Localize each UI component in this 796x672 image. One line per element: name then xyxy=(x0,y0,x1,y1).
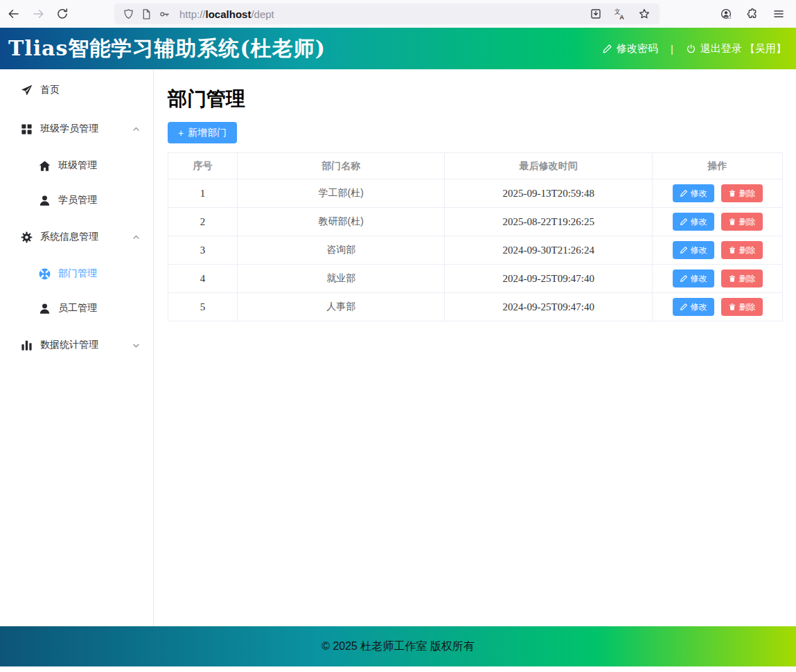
cell-index: 5 xyxy=(168,293,238,321)
edit-pen-icon xyxy=(680,246,688,254)
delete-button[interactable]: 删除 xyxy=(721,298,763,316)
trash-icon xyxy=(728,274,736,283)
table-header-row: 序号 部门名称 最后修改时间 操作 xyxy=(168,153,783,179)
cell-time: 2024-09-25T09:47:40 xyxy=(445,265,653,293)
sidebar-item-label: 学员管理 xyxy=(58,194,97,206)
url-bar[interactable]: http://localhost/dept 文A xyxy=(114,3,660,24)
grid-icon xyxy=(20,123,33,136)
edit-button[interactable]: 修改 xyxy=(673,241,714,259)
sidebar-item-employee-mgmt[interactable]: 员工管理 xyxy=(0,291,153,326)
table-row: 1 学工部(杜) 2025-09-13T20:59:48 修改删除 xyxy=(168,179,783,208)
table-row: 5 人事部 2024-09-25T09:47:40 修改删除 xyxy=(168,293,783,321)
cell-actions: 修改删除 xyxy=(653,265,783,293)
table-row: 2 教研部(杜) 2025-08-22T19:26:25 修改删除 xyxy=(168,208,783,236)
shield-icon[interactable] xyxy=(123,8,134,20)
chevron-up-icon xyxy=(132,233,141,242)
table-row: 4 就业部 2024-09-25T09:47:40 修改删除 xyxy=(168,265,783,293)
sidebar-item-home[interactable]: 首页 xyxy=(0,71,153,109)
delete-button[interactable]: 删除 xyxy=(721,184,763,202)
copyright-text: © 2025 杜老师工作室 版权所有 xyxy=(321,639,475,654)
column-header-actions: 操作 xyxy=(653,153,783,179)
sidebar-item-label: 部门管理 xyxy=(58,267,97,280)
edit-button[interactable]: 修改 xyxy=(673,184,714,202)
edit-button[interactable]: 修改 xyxy=(673,269,714,288)
chevron-down-icon xyxy=(132,341,141,350)
power-icon xyxy=(686,44,696,54)
sidebar-item-system-info-mgmt[interactable]: 系统信息管理 xyxy=(0,218,153,256)
edit-pen-icon xyxy=(680,218,688,226)
edit-button[interactable]: 修改 xyxy=(673,213,714,231)
edit-pen-icon xyxy=(602,44,612,54)
app-header: Tlias智能学习辅助系统(杜老师) 修改密码 | 退出登录 【吴用】 xyxy=(0,28,796,69)
add-dept-button[interactable]: + 新增部门 xyxy=(168,122,237,143)
delete-button[interactable]: 删除 xyxy=(721,241,763,259)
sidebar-item-label: 系统信息管理 xyxy=(40,231,98,243)
delete-button[interactable]: 删除 xyxy=(721,213,763,231)
page-title: 部门管理 xyxy=(168,87,783,111)
edit-button[interactable]: 修改 xyxy=(673,298,714,316)
page-bottom-gap xyxy=(0,666,796,672)
page-actions: 文A xyxy=(589,7,651,21)
star-icon[interactable] xyxy=(637,7,651,21)
browser-nav xyxy=(0,7,114,21)
delete-label: 删除 xyxy=(739,273,756,285)
trash-icon xyxy=(728,246,736,254)
column-header-name: 部门名称 xyxy=(237,153,445,179)
translate-icon[interactable]: 文A xyxy=(613,7,627,21)
chevron-up-icon xyxy=(132,125,141,134)
sidebar-item-dept-mgmt[interactable]: 部门管理 xyxy=(0,256,153,291)
cell-index: 2 xyxy=(168,208,238,236)
cell-actions: 修改删除 xyxy=(653,236,783,265)
edit-pen-icon xyxy=(680,189,688,197)
main-content: 部门管理 + 新增部门 序号 部门名称 最后修改时间 操作 1 学工部(杜) 2… xyxy=(154,69,796,626)
cell-index: 4 xyxy=(168,265,238,293)
edit-label: 修改 xyxy=(691,188,707,200)
delete-label: 删除 xyxy=(739,188,756,200)
help-filled-icon xyxy=(38,267,51,281)
sidebar-item-student-mgmt[interactable]: 学员管理 xyxy=(0,183,153,218)
sidebar-item-data-stats-mgmt[interactable]: 数据统计管理 xyxy=(0,326,153,364)
key-icon[interactable] xyxy=(159,8,170,20)
browser-chrome: http://localhost/dept 文A xyxy=(0,0,796,28)
cell-time: 2025-09-13T20:59:48 xyxy=(445,179,653,208)
forward-icon[interactable] xyxy=(31,7,45,21)
url-prefix: http:// xyxy=(179,8,206,20)
back-icon[interactable] xyxy=(7,7,21,21)
cell-dept-name: 人事部 xyxy=(237,293,445,321)
home-icon xyxy=(38,159,51,173)
sidebar-item-label: 班级管理 xyxy=(58,159,97,172)
app-footer: © 2025 杜老师工作室 版权所有 xyxy=(0,626,796,666)
cell-index: 1 xyxy=(168,179,238,208)
cell-dept-name: 就业部 xyxy=(237,265,445,293)
plus-icon: + xyxy=(178,127,184,139)
delete-button[interactable]: 删除 xyxy=(721,269,763,288)
trash-icon xyxy=(728,303,736,311)
hamburger-menu-icon[interactable] xyxy=(772,7,786,21)
delete-label: 删除 xyxy=(739,245,756,256)
header-separator: | xyxy=(667,43,677,55)
sidebar-item-class-student-mgmt[interactable]: 班级学员管理 xyxy=(0,109,153,148)
sidebar-item-class-mgmt[interactable]: 班级管理 xyxy=(0,148,153,183)
edit-label: 修改 xyxy=(691,301,707,313)
url-path: /dept xyxy=(251,8,274,20)
save-icon[interactable] xyxy=(589,7,603,21)
page-icon[interactable] xyxy=(141,8,152,20)
browser-toolbar-right xyxy=(719,7,796,21)
change-password-link[interactable]: 修改密码 xyxy=(602,42,658,55)
logout-label: 退出登录 【吴用】 xyxy=(700,42,786,55)
delete-label: 删除 xyxy=(739,216,756,228)
logout-link[interactable]: 退出登录 【吴用】 xyxy=(686,42,786,55)
sidebar-item-label: 首页 xyxy=(40,84,60,96)
layout: 首页 班级学员管理 班级管理 学员管理 xyxy=(0,69,796,626)
sidebar-item-label: 员工管理 xyxy=(58,302,97,315)
svg-text:A: A xyxy=(619,14,624,21)
trash-icon xyxy=(728,218,736,226)
reload-icon[interactable] xyxy=(55,7,69,21)
account-icon[interactable] xyxy=(719,7,733,21)
app-title: Tlias智能学习辅助系统(杜老师) xyxy=(8,35,326,63)
extensions-icon[interactable] xyxy=(745,7,759,21)
cell-actions: 修改删除 xyxy=(653,293,783,321)
edit-label: 修改 xyxy=(691,273,707,285)
cell-dept-name: 学工部(杜) xyxy=(237,179,445,208)
edit-pen-icon xyxy=(680,303,688,311)
